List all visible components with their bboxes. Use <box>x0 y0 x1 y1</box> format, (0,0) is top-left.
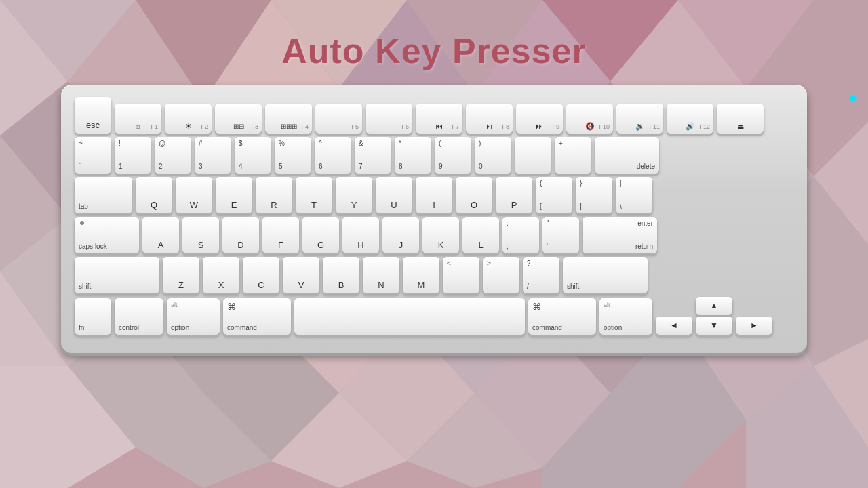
key-i[interactable]: I <box>416 177 452 214</box>
key-f4[interactable]: ⊞⊞⊞ F4 <box>265 104 312 134</box>
number-row: ~ ` ! 1 @ 2 # 3 $ 4 % 5 <box>75 137 793 174</box>
key-command-right[interactable]: ⌘ command <box>528 298 596 335</box>
key-q[interactable]: Q <box>136 177 172 214</box>
key-z[interactable]: Z <box>163 257 199 293</box>
key-9[interactable]: ( 9 <box>435 137 471 174</box>
key-f9[interactable]: ⏭ F9 <box>516 104 563 134</box>
key-backslash[interactable]: | \ <box>616 177 652 214</box>
arrow-key-group: ▲ ◄ ▼ ► <box>656 297 772 335</box>
key-f6[interactable]: F6 <box>366 104 412 134</box>
key-bracket-r[interactable]: } ] <box>576 177 612 214</box>
key-space[interactable] <box>294 298 525 335</box>
key-f3[interactable]: ⊞⊟ F3 <box>215 104 262 134</box>
key-h[interactable]: H <box>342 217 379 253</box>
zxcv-row: shift Z X C V B N M < , > . ? / shift <box>75 257 793 293</box>
key-eject[interactable]: ⏏ <box>717 104 764 134</box>
key-shift-left[interactable]: shift <box>75 257 159 293</box>
key-d[interactable]: D <box>222 217 259 253</box>
key-1[interactable]: ! 1 <box>115 137 151 174</box>
key-0[interactable]: ) 0 <box>475 137 511 174</box>
key-j[interactable]: J <box>382 217 419 253</box>
led-indicator <box>850 96 856 101</box>
key-minus[interactable]: - - <box>515 137 551 174</box>
key-arrow-left[interactable]: ◄ <box>656 317 692 335</box>
key-arrow-up[interactable]: ▲ <box>696 297 732 315</box>
key-tilde[interactable]: ~ ` <box>75 137 111 174</box>
key-f7[interactable]: ⏮ F7 <box>416 104 462 134</box>
key-f2[interactable]: ☀ F2 <box>165 104 212 134</box>
key-k[interactable]: K <box>422 217 459 253</box>
key-control[interactable]: control <box>115 298 163 335</box>
key-f11[interactable]: 🔉 F11 <box>616 104 663 134</box>
key-arrow-right[interactable]: ► <box>736 317 772 335</box>
page-title: Auto Key Presser <box>0 0 868 71</box>
key-caps-lock[interactable]: caps lock <box>75 217 139 253</box>
caps-lock-led <box>80 221 84 225</box>
key-g[interactable]: G <box>302 217 339 253</box>
key-t[interactable]: T <box>296 177 332 214</box>
key-enter[interactable]: enter return <box>583 217 657 253</box>
keyboard: esc ☼ F1 ☀ F2 ⊞⊟ F3 ⊞⊞⊞ F4 F5 F6 <box>61 85 807 353</box>
key-y[interactable]: Y <box>336 177 372 214</box>
key-period[interactable]: > . <box>483 257 519 293</box>
key-s[interactable]: S <box>182 217 219 253</box>
key-bracket-l[interactable]: { [ <box>536 177 572 214</box>
key-r[interactable]: R <box>256 177 292 214</box>
asdf-row: caps lock A S D F G H J K L : ; " ' ente… <box>75 217 793 253</box>
key-o[interactable]: O <box>456 177 492 214</box>
key-fn[interactable]: fn <box>75 298 111 335</box>
key-option-left[interactable]: alt option <box>167 298 220 335</box>
key-u[interactable]: U <box>376 177 412 214</box>
key-b[interactable]: B <box>323 257 359 293</box>
key-f12[interactable]: 🔊 F12 <box>667 104 713 134</box>
key-8[interactable]: * 8 <box>395 137 431 174</box>
key-n[interactable]: N <box>363 257 399 293</box>
key-x[interactable]: X <box>203 257 239 293</box>
key-l[interactable]: L <box>462 217 499 253</box>
key-f[interactable]: F <box>262 217 299 253</box>
key-7[interactable]: & 7 <box>355 137 391 174</box>
bottom-row: fn control alt option ⌘ command ⌘ comman… <box>75 297 793 335</box>
key-command-left[interactable]: ⌘ command <box>223 298 291 335</box>
key-quote[interactable]: " ' <box>542 217 579 253</box>
key-p[interactable]: P <box>496 177 532 214</box>
fn-row: esc ☼ F1 ☀ F2 ⊞⊟ F3 ⊞⊞⊞ F4 F5 F6 <box>75 97 793 134</box>
key-2[interactable]: @ 2 <box>155 137 191 174</box>
key-arrow-down[interactable]: ▼ <box>696 317 732 335</box>
key-semicolon[interactable]: : ; <box>502 217 539 253</box>
key-f10[interactable]: 🔇 F10 <box>566 104 613 134</box>
key-5[interactable]: % 5 <box>275 137 311 174</box>
key-m[interactable]: M <box>403 257 439 293</box>
key-esc[interactable]: esc <box>75 97 111 134</box>
key-slash[interactable]: ? / <box>523 257 559 293</box>
key-shift-right[interactable]: shift <box>563 257 648 293</box>
key-a[interactable]: A <box>142 217 179 253</box>
key-w[interactable]: W <box>176 177 212 214</box>
key-f1[interactable]: ☼ F1 <box>115 104 161 134</box>
keyboard-container: esc ☼ F1 ☀ F2 ⊞⊟ F3 ⊞⊞⊞ F4 F5 F6 <box>0 85 868 353</box>
key-4[interactable]: $ 4 <box>235 137 271 174</box>
key-3[interactable]: # 3 <box>195 137 231 174</box>
key-e[interactable]: E <box>216 177 252 214</box>
key-tab[interactable]: tab <box>75 177 132 214</box>
qwerty-row: tab Q W E R T Y U I O P { [ } ] | \ <box>75 177 793 214</box>
key-delete[interactable]: delete <box>595 137 659 174</box>
key-v[interactable]: V <box>283 257 319 293</box>
key-6[interactable]: ^ 6 <box>315 137 351 174</box>
key-c[interactable]: C <box>243 257 279 293</box>
key-comma[interactable]: < , <box>443 257 479 293</box>
key-f5[interactable]: F5 <box>315 104 362 134</box>
key-f8[interactable]: ⏯ F8 <box>466 104 513 134</box>
key-option-right[interactable]: alt option <box>599 298 652 335</box>
key-equals[interactable]: + = <box>555 137 591 174</box>
